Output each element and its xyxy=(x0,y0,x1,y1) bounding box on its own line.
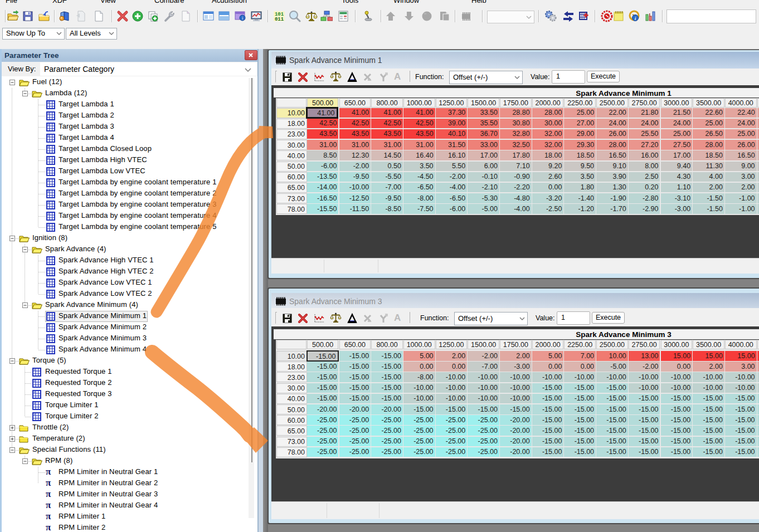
svg-text:011: 011 xyxy=(275,17,284,22)
